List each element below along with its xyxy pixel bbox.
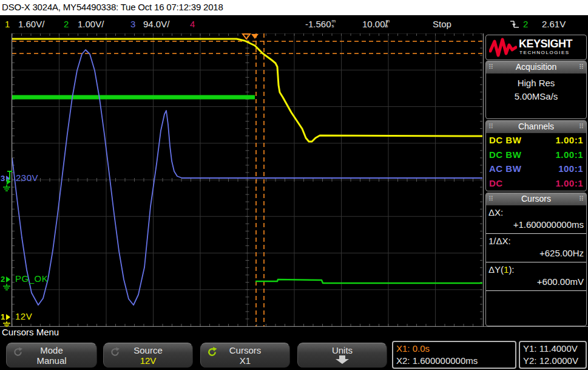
softkey-units[interactable]: Units: [297, 343, 387, 368]
keysight-spark-icon: [489, 38, 517, 58]
channels-header[interactable]: ⠿ Channels ⠿: [486, 121, 586, 133]
rotate-knob-icon: [109, 346, 121, 360]
ch4-number[interactable]: 4: [190, 15, 195, 33]
delta-x-item: ΔX: +1.600000000ms: [486, 205, 586, 234]
trace-ch2-pgok-low: [255, 279, 482, 283]
ch1-number[interactable]: 1: [5, 15, 10, 33]
ch2-ground-marker[interactable]: 2: [1, 275, 5, 284]
trigger-level-arrow-icon: [7, 179, 11, 185]
trigger-ground-icon: [2, 185, 11, 192]
drag-grip-icon[interactable]: ⠿: [488, 63, 493, 72]
ch2-probe-ratio: 1.00:1: [555, 149, 583, 160]
drag-grip-icon[interactable]: ⠿: [488, 194, 493, 204]
ch1-coupling: DC BW: [489, 135, 521, 145]
ch1-trace-label: 12V: [15, 311, 32, 321]
down-arrow-icon: [298, 355, 387, 366]
brand-name: KEYSIGHT: [519, 38, 572, 50]
status-bar: 1 1.60V/ 2 1.00V/ 3 94.0V/ 4 -1.560ms 10…: [0, 15, 588, 33]
trigger-level: 2.61V: [542, 15, 566, 33]
y2-readout: Y2: 12.0000V: [523, 355, 586, 367]
sample-rate: 5.00MSa/s: [486, 91, 586, 101]
delta-x-label: ΔX:: [486, 205, 586, 218]
x2-readout: X2: 1.600000000ms: [396, 355, 515, 367]
delta-y-value: +600.00mV: [486, 275, 586, 287]
run-state: Stop: [433, 15, 451, 33]
title-bar: DSO-X 3024A, MY54490338: Tue Oct 16 07:1…: [0, 0, 588, 15]
inverse-delta-x-label: 1/ΔX:: [486, 234, 586, 246]
ch2-marker-arrow-icon: [6, 276, 10, 283]
ch3-scale[interactable]: 94.0V/: [143, 15, 169, 33]
y1-readout: Y1: 11.4000V: [523, 343, 586, 355]
ch3-trace-label: 230V: [16, 173, 38, 183]
cursors-panel: ⠿ Cursors ⠿ ΔX: +1.600000000ms 1/ΔX: +62…: [485, 193, 587, 326]
drag-grip-icon[interactable]: ⠿: [488, 122, 493, 131]
ch1-probe-ratio: 1.00:1: [555, 135, 583, 145]
ch3-coupling: AC BW: [489, 163, 521, 174]
instrument-id: DSO-X 3024A, MY54490338: Tue Oct 16 07:1…: [2, 2, 223, 12]
display-bottom-frame: [0, 326, 588, 327]
menu-title: Cursors Menu: [2, 327, 59, 337]
ch3-probe-ratio: 100:1: [558, 163, 583, 174]
channels-title: Channels: [518, 122, 554, 131]
drag-grip-icon[interactable]: ⠿: [579, 122, 584, 131]
inverse-delta-x-item: 1/ΔX: +625.00Hz: [486, 234, 586, 262]
ch1-marker-arrow-icon: [6, 314, 10, 320]
ch1-ground-icon: [2, 321, 11, 327]
delta-y-label: ΔY(1):: [486, 262, 586, 275]
rotate-knob-active-icon: [206, 346, 218, 360]
trigger-source: 2: [523, 15, 528, 33]
waveform-graticule: [12, 33, 482, 326]
ch4-probe-ratio: 1.00:1: [555, 178, 583, 188]
acquisition-title: Acquisition: [516, 62, 557, 72]
channel-row-2: DC BW 1.00:1: [486, 148, 586, 162]
ch2-number[interactable]: 2: [64, 15, 69, 33]
acquisition-mode: High Res: [486, 78, 586, 88]
drag-grip-icon[interactable]: ⠿: [579, 194, 584, 204]
softkey-label: Units: [298, 345, 387, 355]
drag-grip-icon[interactable]: ⠿: [579, 63, 584, 72]
display-right-frame: [483, 33, 484, 326]
timebase-readout: 10.00ms/: [362, 15, 388, 33]
y-cursor-readout: Y1: 11.4000V Y2: 12.0000V: [519, 341, 587, 369]
inverse-delta-x-value: +625.00Hz: [486, 246, 586, 258]
ch4-coupling: DC: [489, 178, 503, 188]
cursors-header[interactable]: ⠿ Cursors ⠿: [486, 193, 586, 205]
ch1-scale[interactable]: 1.60V/: [18, 15, 44, 33]
x1-readout: X1: 0.0s: [396, 343, 515, 355]
softkey-cursors[interactable]: Cursors X1: [200, 343, 290, 368]
delta-x-value: +1.600000000ms: [486, 218, 586, 230]
cursors-title: Cursors: [521, 194, 551, 204]
ch2-coupling: DC BW: [489, 149, 521, 160]
ch2-scale[interactable]: 1.00V/: [78, 15, 104, 33]
ch3-ground-marker[interactable]: 3: [1, 174, 5, 183]
x-cursor-readout: X1: 0.0s X2: 1.600000000ms: [392, 341, 516, 369]
channels-panel: ⠿ Channels ⠿ DC BW 1.00:1 DC BW 1.00:1 A…: [485, 120, 587, 191]
acquisition-header[interactable]: ⠿ Acquisition ⠿: [486, 61, 586, 74]
channel-row-3: AC BW 100:1: [486, 162, 586, 176]
rotate-knob-icon: [12, 346, 24, 360]
oscilloscope-screen: DSO-X 3024A, MY54490338: Tue Oct 16 07:1…: [0, 0, 588, 370]
logo-panel: KEYSIGHT TECHNOLOGIES: [485, 35, 587, 60]
ch3-number[interactable]: 3: [130, 15, 135, 33]
falling-edge-trigger-icon: [510, 19, 519, 29]
ch2-trace-label: PG_OK: [15, 273, 48, 284]
brand-tagline: TECHNOLOGIES: [519, 50, 570, 55]
softkey-mode[interactable]: Mode Manual: [6, 343, 97, 368]
time-reference-marker-icon: [243, 34, 250, 39]
channel-row-1: DC BW 1.00:1: [486, 133, 586, 148]
channel-row-4: DC 1.00:1: [486, 176, 586, 191]
ch1-ground-marker[interactable]: 1: [1, 312, 5, 321]
display-left-frame: [12, 33, 12, 326]
trigger-position-marker-icon: [251, 34, 259, 39]
delay-readout: -1.560ms: [305, 15, 331, 33]
delta-y-item: ΔY(1): +600.00mV: [486, 262, 586, 291]
ch2-ground-icon: [2, 284, 11, 291]
softkey-source[interactable]: Source 12V: [103, 343, 193, 368]
acquisition-panel: ⠿ Acquisition ⠿ High Res 5.00MSa/s: [485, 61, 587, 119]
